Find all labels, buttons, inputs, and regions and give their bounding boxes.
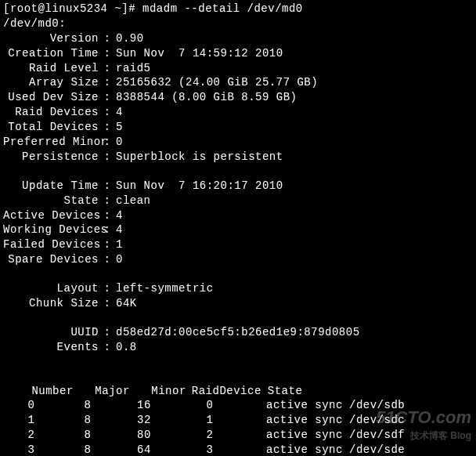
detail-sep: : xyxy=(99,179,116,194)
th-state: State xyxy=(261,384,303,399)
detail-sep: : xyxy=(99,252,116,267)
td-raiddevice: 2 xyxy=(172,428,247,443)
detail-sep: : xyxy=(99,90,116,105)
detail-sep: : xyxy=(99,135,116,150)
td-number: 0 xyxy=(3,398,60,413)
td-number: 3 xyxy=(3,443,60,456)
td-minor: 80 xyxy=(116,428,172,443)
td-major: 8 xyxy=(60,428,116,443)
detail-key: Total Devices xyxy=(3,120,99,135)
detail-val: 64K xyxy=(116,297,137,309)
device-table-body: 08160active sync/dev/sdb 18321active syn… xyxy=(3,398,473,456)
detail-val: 4 xyxy=(116,106,123,118)
detail-val: 8388544 (8.00 GiB 8.59 GB) xyxy=(116,91,297,103)
detail-row: Version:0.90 xyxy=(3,31,473,46)
td-raiddevice: 1 xyxy=(172,413,247,428)
detail-sep: : xyxy=(99,325,116,340)
detail-row: Active Devices:4 xyxy=(3,208,473,223)
detail-row: Chunk Size:64K xyxy=(3,296,473,311)
detail-row: Persistence:Superblock is persistent xyxy=(3,150,473,165)
detail-row: Events:0.8 xyxy=(3,340,473,355)
blank-line xyxy=(3,267,473,281)
detail-row: Spare Devices:0 xyxy=(3,252,473,267)
detail-key: Failed Devices xyxy=(3,237,99,252)
blank-line xyxy=(3,165,473,179)
td-raiddevice: 0 xyxy=(172,398,247,413)
th-number: Number xyxy=(17,384,74,399)
detail-key: UUID xyxy=(3,325,99,340)
detail-row: UUID:d58ed27d:00ce5cf5:b26ed1e9:879d0805 xyxy=(3,325,473,340)
detail-val: 0.8 xyxy=(116,341,137,353)
blank-line xyxy=(3,355,473,369)
detail-val: 4 xyxy=(116,209,123,222)
td-device: /dev/sde xyxy=(349,443,405,456)
detail-key: Persistence xyxy=(3,150,99,165)
td-device: /dev/sdb xyxy=(349,398,405,413)
table-row: 38643active sync/dev/sde xyxy=(3,443,473,456)
detail-val: 1 xyxy=(116,238,123,251)
detail-sep: : xyxy=(99,208,116,223)
device-header: /dev/md0: xyxy=(3,16,473,31)
detail-key: Raid Level xyxy=(3,61,99,76)
detail-val: 0 xyxy=(116,253,123,266)
detail-key: Chunk Size xyxy=(3,296,99,311)
detail-key: Active Devices xyxy=(3,208,99,223)
detail-sep: : xyxy=(99,237,116,252)
detail-key: Used Dev Size xyxy=(3,90,99,105)
th-major: Major xyxy=(74,384,130,399)
detail-sep: : xyxy=(99,296,116,311)
detail-sep: : xyxy=(99,61,116,76)
table-row: 28802active sync/dev/sdf xyxy=(3,428,473,443)
detail-val: Sun Nov 7 14:59:12 2010 xyxy=(116,47,283,60)
detail-sep: : xyxy=(99,281,116,296)
shell-prompt: [root@linux5234 ~]# mdadm --detail /dev/… xyxy=(3,2,473,16)
td-raiddevice: 3 xyxy=(172,443,247,456)
detail-key: Spare Devices xyxy=(3,252,99,267)
detail-row: Raid Devices:4 xyxy=(3,105,473,120)
detail-row: Failed Devices:1 xyxy=(3,237,473,252)
detail-key: Update Time xyxy=(3,179,99,194)
detail-row: Used Dev Size:8388544 (8.00 GiB 8.59 GB) xyxy=(3,90,473,105)
details-block-1: Version:0.90 Creation Time:Sun Nov 7 14:… xyxy=(3,31,473,165)
detail-key: Version xyxy=(3,31,99,46)
td-major: 8 xyxy=(60,398,116,413)
td-major: 8 xyxy=(60,443,116,456)
detail-key: Working Devices xyxy=(3,223,99,237)
td-minor: 64 xyxy=(116,443,172,456)
details-block-3: Layout:left-symmetric Chunk Size:64K xyxy=(3,281,473,311)
detail-val: left-symmetric xyxy=(116,282,214,295)
detail-row: Array Size:25165632 (24.00 GiB 25.77 GB) xyxy=(3,75,473,90)
detail-row: Working Devices:4 xyxy=(3,223,473,237)
detail-sep: : xyxy=(99,105,116,120)
details-block-4: UUID:d58ed27d:00ce5cf5:b26ed1e9:879d0805… xyxy=(3,325,473,355)
detail-sep: : xyxy=(99,31,116,46)
detail-val: 0 xyxy=(116,136,123,148)
detail-row: Update Time:Sun Nov 7 16:20:17 2010 xyxy=(3,179,473,194)
detail-key: Layout xyxy=(3,281,99,296)
td-device: /dev/sdc xyxy=(349,413,405,428)
detail-val: 25165632 (24.00 GiB 25.77 GB) xyxy=(116,76,318,89)
td-minor: 16 xyxy=(116,398,172,413)
detail-val: raid5 xyxy=(116,62,151,74)
detail-row: State:clean xyxy=(3,194,473,208)
td-major: 8 xyxy=(60,413,116,428)
detail-sep: : xyxy=(99,194,116,208)
detail-key: Array Size xyxy=(3,75,99,90)
detail-sep: : xyxy=(99,120,116,135)
detail-val: Superblock is persistent xyxy=(116,150,283,163)
detail-key: State xyxy=(3,194,99,208)
detail-row: Preferred Minor:0 xyxy=(3,135,473,150)
detail-row: Raid Level:raid5 xyxy=(3,61,473,76)
detail-key: Events xyxy=(3,340,99,355)
th-raiddevice: RaidDevice xyxy=(186,384,261,399)
detail-sep: : xyxy=(99,223,116,237)
device-table-header: NumberMajorMinorRaidDeviceState xyxy=(3,369,473,399)
detail-key: Preferred Minor xyxy=(3,135,99,150)
details-block-2: Update Time:Sun Nov 7 16:20:17 2010 Stat… xyxy=(3,179,473,267)
detail-sep: : xyxy=(99,46,116,61)
detail-row: Layout:left-symmetric xyxy=(3,281,473,296)
detail-val: 4 xyxy=(116,223,123,236)
td-number: 1 xyxy=(3,413,60,428)
td-state: active sync xyxy=(247,398,349,413)
detail-val: 0.90 xyxy=(116,32,144,45)
